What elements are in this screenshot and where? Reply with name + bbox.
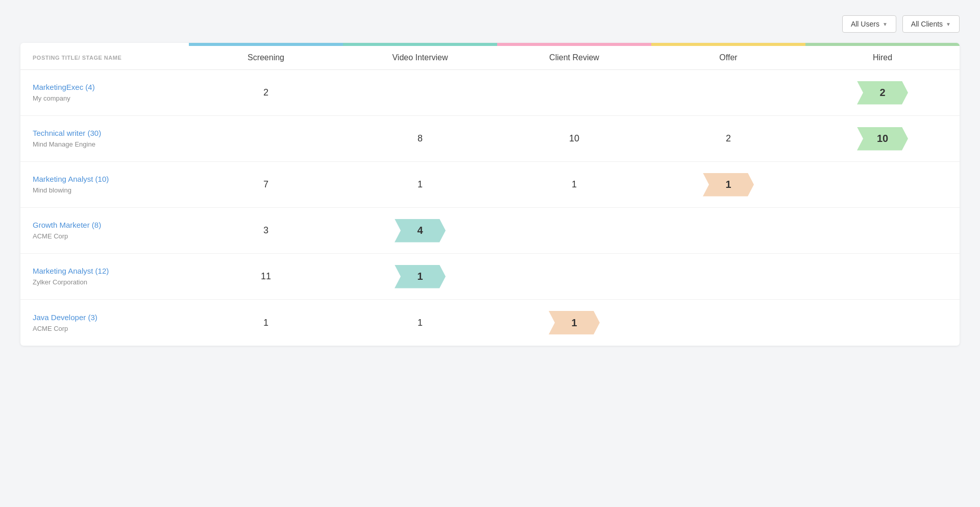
job-title-link[interactable]: MarketingExec (4) — [33, 83, 177, 91]
stage-cell-1[interactable]: 1 — [343, 265, 497, 288]
stage-cell-2[interactable]: 10 — [497, 133, 651, 144]
table-row: Java Developer (3)ACME Corp111 — [20, 300, 960, 346]
table-body: MarketingExec (4)My company22Technical w… — [20, 70, 960, 346]
all-clients-chevron-icon: ▼ — [946, 21, 951, 27]
all-users-dropdown[interactable]: All Users ▼ — [842, 15, 896, 33]
stage-value: 7 — [263, 179, 268, 189]
stage-value: 1 — [418, 179, 423, 189]
stage-cell-2[interactable]: 1 — [497, 311, 651, 334]
stage-value: 10 — [569, 133, 579, 143]
row-title-cell: Growth Marketer (8)ACME Corp — [20, 210, 189, 251]
row-title-cell: Technical writer (30)Mind Manage Engine — [20, 118, 189, 159]
stage-value: 2 — [726, 133, 731, 143]
all-users-label: All Users — [851, 20, 879, 28]
arrow-badge-teal[interactable]: 1 — [395, 265, 446, 288]
page-wrapper: All Users ▼ All Clients ▼ POSTING TITLE/… — [0, 0, 980, 361]
stage-cell-0[interactable]: 7 — [189, 179, 343, 190]
stage-value: 1 — [263, 318, 268, 328]
stage-value: 11 — [261, 271, 271, 281]
stage-value: 8 — [418, 133, 423, 143]
row-title-cell: Marketing Analyst (10)Mind blowing — [20, 164, 189, 205]
all-clients-label: All Clients — [911, 20, 943, 28]
job-title-link[interactable]: Marketing Analyst (10) — [33, 175, 177, 183]
offer-header: Offer — [651, 53, 805, 62]
stage-cell-0[interactable]: 11 — [189, 271, 343, 282]
hired-header: Hired — [805, 53, 960, 62]
job-title-link[interactable]: Java Developer (3) — [33, 313, 177, 322]
pipeline-table: POSTING TITLE/ STAGE NAME Screening Vide… — [20, 43, 960, 346]
stage-cell-4[interactable]: 10 — [805, 127, 960, 151]
job-company: ACME Corp — [33, 325, 68, 332]
row-title-cell: Java Developer (3)ACME Corp — [20, 303, 189, 343]
stage-cell-1[interactable]: 1 — [343, 318, 497, 328]
arrow-badge-green[interactable]: 10 — [857, 127, 908, 151]
row-title-cell: Marketing Analyst (12)Zylker Corporation — [20, 256, 189, 297]
table-header: POSTING TITLE/ STAGE NAME Screening Vide… — [20, 46, 960, 70]
job-company: ACME Corp — [33, 232, 68, 240]
stage-cell-3[interactable]: 1 — [651, 173, 805, 197]
client-review-header: Client Review — [497, 53, 651, 62]
row-title-cell: MarketingExec (4)My company — [20, 73, 189, 113]
color-bar-client-review — [497, 43, 651, 46]
table-row: Marketing Analyst (12)Zylker Corporation… — [20, 254, 960, 300]
table-row: MarketingExec (4)My company22 — [20, 70, 960, 116]
stage-cell-2[interactable]: 1 — [497, 179, 651, 190]
stage-cell-1[interactable]: 1 — [343, 179, 497, 190]
color-bar-screening — [189, 43, 343, 46]
stage-cell-4[interactable]: 2 — [805, 81, 960, 105]
arrow-badge-teal[interactable]: 4 — [395, 219, 446, 243]
all-users-chevron-icon: ▼ — [883, 21, 888, 27]
stage-cell-1[interactable]: 8 — [343, 133, 497, 144]
arrow-badge-peach[interactable]: 1 — [703, 173, 754, 197]
job-title-link[interactable]: Marketing Analyst (12) — [33, 267, 177, 275]
job-title-link[interactable]: Technical writer (30) — [33, 129, 177, 137]
job-company: Mind Manage Engine — [33, 140, 95, 148]
color-bar — [20, 43, 960, 46]
stage-value: 3 — [263, 225, 268, 235]
stage-cell-1[interactable]: 4 — [343, 219, 497, 243]
stage-cell-0[interactable]: 3 — [189, 225, 343, 236]
stage-value: 2 — [263, 87, 268, 98]
all-clients-dropdown[interactable]: All Clients ▼ — [902, 15, 960, 33]
job-company: Zylker Corporation — [33, 278, 87, 286]
stage-value: 1 — [572, 179, 577, 189]
stage-cell-0[interactable]: 1 — [189, 318, 343, 328]
table-row: Growth Marketer (8)ACME Corp34 — [20, 208, 960, 254]
color-bar-hired — [805, 43, 960, 46]
stage-cell-0[interactable]: 2 — [189, 87, 343, 98]
posting-title-header: POSTING TITLE/ STAGE NAME — [20, 53, 189, 62]
job-company: Mind blowing — [33, 186, 71, 194]
stage-value: 1 — [418, 318, 423, 328]
table-row: Marketing Analyst (10)Mind blowing7111 — [20, 162, 960, 208]
arrow-badge-peach[interactable]: 1 — [549, 311, 600, 334]
video-interview-header: Video Interview — [343, 53, 497, 62]
stage-cell-3[interactable]: 2 — [651, 133, 805, 144]
color-bar-offer — [651, 43, 805, 46]
screening-header: Screening — [189, 53, 343, 62]
job-company: My company — [33, 94, 70, 102]
table-row: Technical writer (30)Mind Manage Engine8… — [20, 116, 960, 162]
job-title-link[interactable]: Growth Marketer (8) — [33, 221, 177, 229]
color-bar-video-interview — [343, 43, 497, 46]
color-bar-empty — [20, 43, 189, 46]
top-bar: All Users ▼ All Clients ▼ — [20, 15, 960, 33]
arrow-badge-green[interactable]: 2 — [857, 81, 908, 105]
